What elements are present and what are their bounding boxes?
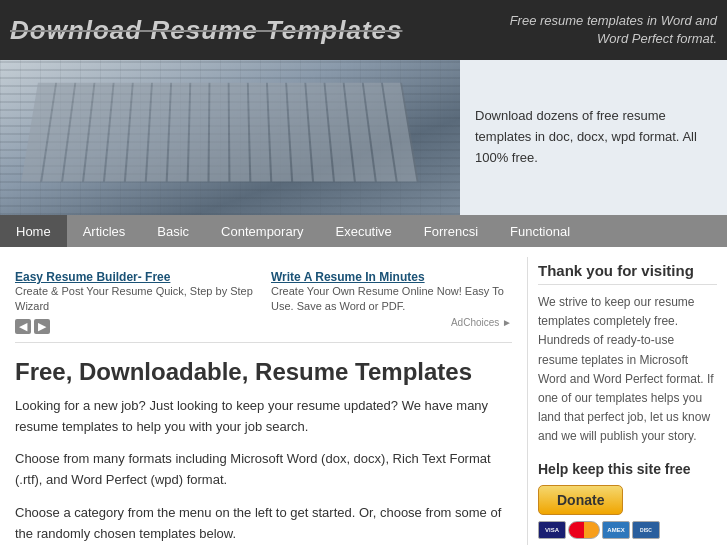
visa-card-icon: VISA [538, 521, 566, 539]
nav-functional[interactable]: Functional [494, 215, 586, 247]
ad-next-button[interactable]: ▶ [34, 319, 50, 334]
hero-image [0, 60, 460, 215]
sidebar-help-title: Help keep this site free [538, 461, 717, 477]
main-content: Easy Resume Builder- Free Create & Post … [0, 257, 527, 545]
ad-title-1[interactable]: Easy Resume Builder- Free [15, 270, 256, 284]
ad-title-2[interactable]: Write A Resume In Minutes [271, 270, 512, 284]
donate-button[interactable]: Donate [538, 485, 623, 515]
mastercard-icon [568, 521, 600, 539]
nav-basic[interactable]: Basic [141, 215, 205, 247]
content-wrapper: Easy Resume Builder- Free Create & Post … [0, 247, 727, 545]
nav-executive[interactable]: Executive [319, 215, 407, 247]
ad-prev-button[interactable]: ◀ [15, 319, 31, 334]
hero-text-panel: Download dozens of free resume templates… [460, 60, 727, 215]
main-body: Looking for a new job? Just looking to k… [15, 396, 512, 545]
nav-forrencsi[interactable]: Forrencsi [408, 215, 494, 247]
hero-section: Download dozens of free resume templates… [0, 60, 727, 215]
payment-cards: VISA AMEX DISC [538, 521, 660, 539]
ad-desc-2: Create Your Own Resume Online Now! Easy … [271, 284, 512, 315]
paragraph-3: Choose a category from the menu on the l… [15, 503, 512, 545]
ad-banner: Easy Resume Builder- Free Create & Post … [15, 262, 512, 343]
sidebar: Thank you for visiting We strive to keep… [527, 257, 727, 545]
main-nav: Home Articles Basic Contemporary Executi… [0, 215, 727, 247]
ad-choices[interactable]: AdChoices ► [271, 315, 512, 328]
ad-item-1: Easy Resume Builder- Free Create & Post … [15, 270, 256, 334]
nav-home[interactable]: Home [0, 215, 67, 247]
sidebar-thank-you-title: Thank you for visiting [538, 262, 717, 285]
site-tagline: Free resume templates in Word and Word P… [497, 12, 717, 48]
ad-item-2: Write A Resume In Minutes Create Your Ow… [271, 270, 512, 334]
site-title: Download Resume Templates [10, 15, 402, 46]
ad-nav: ◀ ▶ [15, 319, 256, 334]
nav-articles[interactable]: Articles [67, 215, 142, 247]
discover-card-icon: DISC [632, 521, 660, 539]
page-main-heading: Free, Downloadable, Resume Templates [15, 353, 512, 386]
ad-desc-1: Create & Post Your Resume Quick, Step by… [15, 284, 256, 315]
nav-contemporary[interactable]: Contemporary [205, 215, 319, 247]
hero-description: Download dozens of free resume templates… [475, 106, 712, 168]
amex-card-icon: AMEX [602, 521, 630, 539]
paragraph-2: Choose from many formats including Micro… [15, 449, 512, 491]
site-header: Download Resume Templates Free resume te… [0, 0, 727, 60]
paragraph-1: Looking for a new job? Just looking to k… [15, 396, 512, 438]
sidebar-thank-you-text: We strive to keep our resume templates c… [538, 293, 717, 447]
donate-area: Donate VISA AMEX DISC [538, 485, 717, 539]
